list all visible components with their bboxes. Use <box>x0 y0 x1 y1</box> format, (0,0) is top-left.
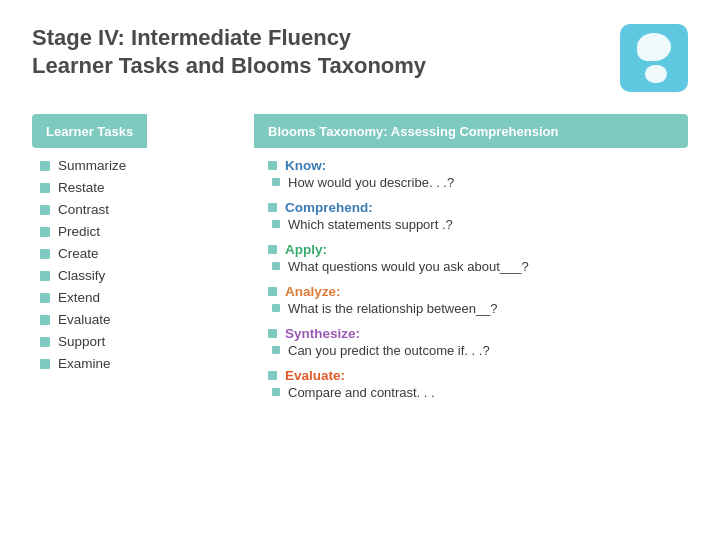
list-item: Evaluate <box>40 312 252 327</box>
list-item: Restate <box>40 180 252 195</box>
page-title-line1: Stage IV: Intermediate Fluency <box>32 24 426 52</box>
bullet-sq-small <box>272 178 280 186</box>
section-sub-label: Can you predict the outcome if. . .? <box>288 343 490 358</box>
section-comprehend: Comprehend: Which statements support .? <box>268 200 688 232</box>
section-know: Know: How would you describe. . .? <box>268 158 688 190</box>
list-item-label: Evaluate <box>58 312 111 327</box>
left-column: Learner Tasks SummarizeRestateContrastPr… <box>32 114 252 504</box>
left-col-header: Learner Tasks <box>32 114 147 148</box>
bullet-sq-right <box>268 203 277 212</box>
section-sub-label: What questions would you ask about___? <box>288 259 529 274</box>
left-header-row: Learner Tasks <box>32 114 252 148</box>
section-sub-comprehend: Which statements support .? <box>268 217 688 232</box>
bullet-square <box>40 249 50 259</box>
section-title-evaluate: Evaluate: <box>268 368 688 383</box>
list-item: Create <box>40 246 252 261</box>
bullet-square <box>40 337 50 347</box>
section-sub-label: Which statements support .? <box>288 217 453 232</box>
bubble-small <box>645 65 667 83</box>
bullet-sq-small <box>272 220 280 228</box>
section-title-know: Know: <box>268 158 688 173</box>
bullet-sq-right <box>268 371 277 380</box>
list-item: Extend <box>40 290 252 305</box>
bullet-sq-right <box>268 161 277 170</box>
bullet-square <box>40 227 50 237</box>
list-item-label: Create <box>58 246 99 261</box>
logo-icon <box>620 24 688 92</box>
bullet-square <box>40 183 50 193</box>
bullet-square <box>40 359 50 369</box>
section-title-label: Know: <box>285 158 326 173</box>
blooms-taxonomy-list: Know: How would you describe. . .? Compr… <box>254 148 688 404</box>
bullet-sq-right <box>268 245 277 254</box>
section-sub-evaluate: Compare and contrast. . . <box>268 385 688 400</box>
page-title-line2: Learner Tasks and Blooms Taxonomy <box>32 52 426 80</box>
section-title-label: Comprehend: <box>285 200 373 215</box>
section-title-label: Analyze: <box>285 284 341 299</box>
list-item: Examine <box>40 356 252 371</box>
bullet-sq-right <box>268 329 277 338</box>
section-sub-analyze: What is the relationship between__? <box>268 301 688 316</box>
list-item: Contrast <box>40 202 252 217</box>
list-item: Summarize <box>40 158 252 173</box>
list-item-label: Summarize <box>58 158 126 173</box>
section-evaluate: Evaluate: Compare and contrast. . . <box>268 368 688 400</box>
section-sub-label: How would you describe. . .? <box>288 175 454 190</box>
section-title-apply: Apply: <box>268 242 688 257</box>
learner-tasks-list: SummarizeRestateContrastPredictCreateCla… <box>32 148 252 371</box>
bullet-sq-right <box>268 287 277 296</box>
list-item-label: Predict <box>58 224 100 239</box>
right-col-header: Blooms Taxonomy: Assessing Comprehension <box>254 114 688 148</box>
logo-bubbles <box>637 33 671 83</box>
section-analyze: Analyze: What is the relationship betwee… <box>268 284 688 316</box>
section-apply: Apply: What questions would you ask abou… <box>268 242 688 274</box>
section-title-analyze: Analyze: <box>268 284 688 299</box>
bubble-big <box>637 33 671 61</box>
bullet-sq-small <box>272 346 280 354</box>
section-sub-synthesize: Can you predict the outcome if. . .? <box>268 343 688 358</box>
header: Stage IV: Intermediate Fluency Learner T… <box>32 24 688 92</box>
bullet-square <box>40 293 50 303</box>
list-item-label: Examine <box>58 356 111 371</box>
title-block: Stage IV: Intermediate Fluency Learner T… <box>32 24 426 79</box>
list-item: Predict <box>40 224 252 239</box>
bullet-square <box>40 315 50 325</box>
list-item: Classify <box>40 268 252 283</box>
bullet-square <box>40 205 50 215</box>
section-title-label: Synthesize: <box>285 326 360 341</box>
section-title-label: Apply: <box>285 242 327 257</box>
bullet-square <box>40 271 50 281</box>
list-item-label: Extend <box>58 290 100 305</box>
section-title-label: Evaluate: <box>285 368 345 383</box>
bullet-sq-small <box>272 388 280 396</box>
section-sub-apply: What questions would you ask about___? <box>268 259 688 274</box>
section-title-comprehend: Comprehend: <box>268 200 688 215</box>
section-sub-label: Compare and contrast. . . <box>288 385 435 400</box>
section-sub-know: How would you describe. . .? <box>268 175 688 190</box>
section-synthesize: Synthesize: Can you predict the outcome … <box>268 326 688 358</box>
list-item-label: Contrast <box>58 202 109 217</box>
list-item: Support <box>40 334 252 349</box>
list-item-label: Support <box>58 334 105 349</box>
right-column: Blooms Taxonomy: Assessing Comprehension… <box>254 114 688 504</box>
bullet-sq-small <box>272 304 280 312</box>
list-item-label: Restate <box>58 180 105 195</box>
section-sub-label: What is the relationship between__? <box>288 301 498 316</box>
section-title-synthesize: Synthesize: <box>268 326 688 341</box>
list-item-label: Classify <box>58 268 105 283</box>
bullet-sq-small <box>272 262 280 270</box>
page: Stage IV: Intermediate Fluency Learner T… <box>0 0 720 540</box>
content-area: Learner Tasks SummarizeRestateContrastPr… <box>32 114 688 504</box>
bullet-square <box>40 161 50 171</box>
